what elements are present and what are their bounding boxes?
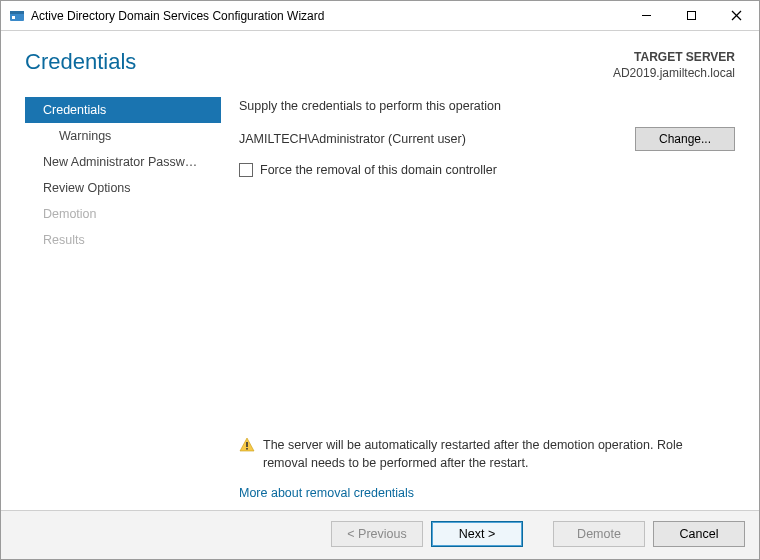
cancel-button[interactable]: Cancel bbox=[653, 521, 745, 547]
header-row: Credentials TARGET SERVER AD2019.jamilte… bbox=[1, 31, 759, 87]
change-button[interactable]: Change... bbox=[635, 127, 735, 151]
titlebar: Active Directory Domain Services Configu… bbox=[1, 1, 759, 31]
sidebar-item-review-options[interactable]: Review Options bbox=[25, 175, 221, 201]
demote-button: Demote bbox=[553, 521, 645, 547]
warning-text: The server will be automatically restart… bbox=[263, 437, 729, 472]
app-icon bbox=[9, 8, 25, 24]
wizard-window: Active Directory Domain Services Configu… bbox=[0, 0, 760, 560]
footer: < Previous Next > Demote Cancel bbox=[1, 510, 759, 559]
window-title: Active Directory Domain Services Configu… bbox=[31, 9, 624, 23]
force-removal-label: Force the removal of this domain control… bbox=[260, 163, 497, 177]
sidebar-item-credentials[interactable]: Credentials bbox=[25, 97, 221, 123]
warning-icon bbox=[239, 437, 255, 453]
maximize-button[interactable] bbox=[669, 1, 714, 30]
gap bbox=[531, 521, 545, 547]
target-server: TARGET SERVER AD2019.jamiltech.local bbox=[613, 49, 735, 81]
current-user-text: JAMILTECH\Administrator (Current user) bbox=[239, 132, 635, 146]
force-removal-row: Force the removal of this domain control… bbox=[239, 163, 735, 177]
sidebar-item-warnings[interactable]: Warnings bbox=[25, 123, 221, 149]
svg-rect-1 bbox=[10, 11, 24, 14]
instruction-text: Supply the credentials to perform this o… bbox=[239, 99, 735, 113]
minimize-button[interactable] bbox=[624, 1, 669, 30]
svg-rect-8 bbox=[246, 442, 248, 447]
svg-rect-2 bbox=[12, 16, 15, 19]
next-button[interactable]: Next > bbox=[431, 521, 523, 547]
sidebar-item-demotion: Demotion bbox=[25, 201, 221, 227]
sidebar: Credentials Warnings New Administrator P… bbox=[25, 91, 221, 510]
credentials-row: JAMILTECH\Administrator (Current user) C… bbox=[239, 127, 735, 151]
svg-rect-4 bbox=[688, 12, 696, 20]
warning-row: The server will be automatically restart… bbox=[239, 437, 735, 472]
target-server-name: AD2019.jamiltech.local bbox=[613, 65, 735, 81]
spacer bbox=[239, 177, 735, 437]
page-title: Credentials bbox=[25, 49, 613, 75]
close-button[interactable] bbox=[714, 1, 759, 30]
sidebar-item-results: Results bbox=[25, 227, 221, 253]
previous-button: < Previous bbox=[331, 521, 423, 547]
target-server-label: TARGET SERVER bbox=[613, 49, 735, 65]
force-removal-checkbox[interactable] bbox=[239, 163, 253, 177]
svg-rect-9 bbox=[246, 448, 248, 450]
window-controls bbox=[624, 1, 759, 30]
body: Credentials Warnings New Administrator P… bbox=[1, 87, 759, 510]
main-panel: Supply the credentials to perform this o… bbox=[221, 91, 735, 510]
sidebar-item-new-admin-password[interactable]: New Administrator Passw… bbox=[25, 149, 221, 175]
more-link[interactable]: More about removal credentials bbox=[239, 486, 735, 500]
